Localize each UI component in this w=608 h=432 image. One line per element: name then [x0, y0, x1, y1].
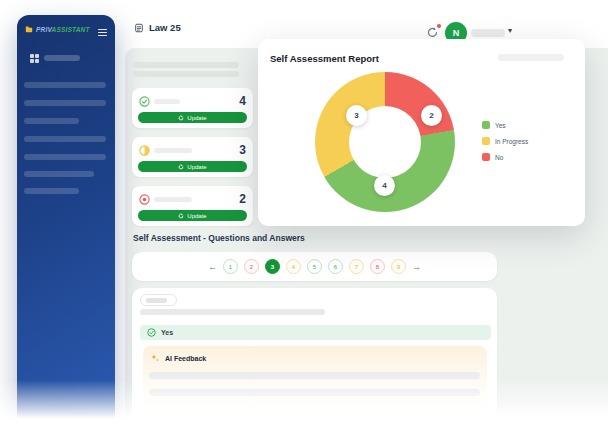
skeleton-line [24, 171, 94, 177]
skeleton-bar [149, 389, 480, 396]
slice-label-in-progress: 3 [346, 105, 367, 126]
skeleton-line [24, 136, 106, 142]
stat-value: 2 [239, 192, 246, 206]
ai-feedback-panel: AI Feedback [143, 346, 487, 412]
modal-title: Self Assessment Report [270, 53, 379, 64]
stat-card-yes: 4 Update [132, 88, 253, 128]
page-circle[interactable]: 7 [349, 259, 364, 274]
refresh-icon [178, 115, 184, 121]
dashboard-grid-icon [30, 54, 39, 63]
notification-dot [437, 24, 441, 28]
ai-feedback-title: AI Feedback [165, 355, 206, 362]
sidebar: PRIVASSISTANT [17, 15, 115, 432]
update-button-label: Update [187, 213, 206, 219]
page-circle[interactable]: 5 [307, 259, 322, 274]
dot-circle-icon [139, 194, 150, 205]
legend-item[interactable]: Yes [482, 121, 528, 129]
skeleton-pill [140, 294, 177, 306]
update-button[interactable]: Update [138, 112, 247, 123]
stat-value: 3 [239, 143, 246, 157]
legend-swatch [482, 153, 490, 161]
stat-card-in-progress: 3 Update [132, 137, 253, 177]
brand-icon [25, 25, 33, 33]
page-circle[interactable]: 8 [370, 259, 385, 274]
skeleton-bar [498, 54, 564, 61]
page-title: Law 25 [134, 22, 181, 33]
page-circle[interactable]: 9 [391, 259, 406, 274]
skeleton-line [44, 55, 80, 61]
skeleton-bar [149, 372, 480, 379]
legend-swatch [482, 121, 490, 129]
refresh-icon [178, 213, 184, 219]
legend-label: Yes [495, 122, 506, 129]
update-button-label: Update [187, 115, 206, 121]
legend-label: No [495, 154, 503, 161]
page-circle[interactable]: 4 [286, 259, 301, 274]
prev-arrow[interactable]: ← [208, 262, 217, 272]
answer-yes-box[interactable]: Yes [140, 325, 491, 340]
skeleton-bar [154, 99, 180, 104]
update-button-label: Update [187, 164, 206, 170]
brand-logo: PRIVASSISTANT [25, 25, 90, 33]
legend-item[interactable]: In Progress [482, 137, 528, 145]
sparkle-icon [151, 354, 160, 363]
self-assessment-report-modal: Self Assessment Report 2 3 4 Yes In Prog… [258, 39, 585, 226]
app-window: Law 25 N ▾ PRIVASSISTANT 4 [0, 0, 608, 432]
stat-card-no: 2 Update [132, 186, 253, 226]
refresh-icon [426, 26, 439, 39]
sync-button[interactable] [426, 25, 440, 39]
skeleton-line [24, 100, 106, 106]
legend-item[interactable]: No [482, 153, 528, 161]
ai-feedback-header: AI Feedback [151, 354, 206, 363]
qa-section-heading: Self Assessment - Questions and Answers [133, 233, 305, 243]
skeleton-line [24, 154, 106, 160]
check-circle-icon [139, 96, 150, 107]
chevron-down-icon[interactable]: ▾ [508, 26, 512, 35]
stat-value: 4 [239, 94, 246, 108]
sidebar-item-dashboard[interactable] [30, 54, 80, 63]
question-pagination: ← 1 2 3 4 5 6 7 8 9 → [132, 252, 497, 281]
update-button[interactable]: Update [138, 210, 247, 221]
skeleton-bar [140, 309, 325, 315]
update-button[interactable]: Update [138, 161, 247, 172]
skeleton-bar [154, 197, 192, 202]
skeleton-bar [133, 71, 239, 77]
page-circle[interactable]: 6 [328, 259, 343, 274]
legend-swatch [482, 137, 490, 145]
page-circle[interactable]: 3 [265, 259, 280, 274]
law-document-icon [134, 23, 144, 33]
menu-toggle-icon[interactable] [98, 27, 107, 38]
page-circle[interactable]: 2 [244, 259, 259, 274]
skeleton-line [24, 188, 79, 194]
username-skeleton [471, 29, 505, 37]
skeleton-line [24, 118, 79, 124]
slice-label-no: 2 [421, 105, 442, 126]
brand-name: PRIVASSISTANT [36, 26, 90, 33]
skeleton-line [24, 82, 106, 88]
chart-legend: Yes In Progress No [482, 121, 528, 161]
page-title-label: Law 25 [149, 22, 181, 33]
refresh-icon [178, 164, 184, 170]
answer-label: Yes [161, 329, 173, 336]
half-circle-progress-icon [139, 145, 150, 156]
legend-label: In Progress [495, 138, 528, 145]
next-arrow[interactable]: → [412, 262, 421, 272]
slice-label-yes: 4 [374, 175, 395, 196]
page-circle[interactable]: 1 [223, 259, 238, 274]
check-circle-icon [147, 328, 156, 337]
skeleton-bar [154, 148, 192, 153]
skeleton-bar [133, 62, 239, 68]
question-card: Yes AI Feedback [132, 288, 497, 420]
